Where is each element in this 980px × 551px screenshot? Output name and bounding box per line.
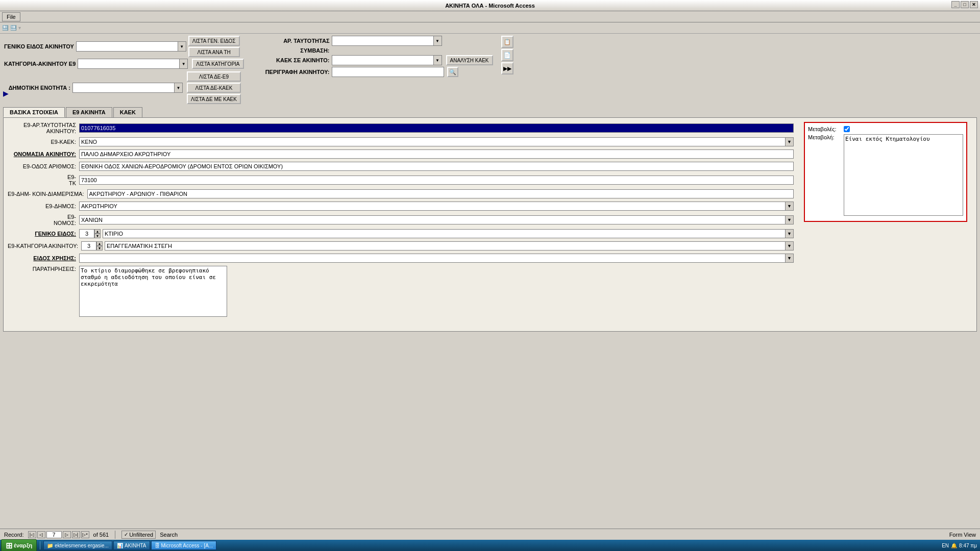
field-geniko-eidos: ΓΕΝΙΚΟ ΕΙΔΟΣ: ▲ ▼ ▼ bbox=[8, 229, 794, 238]
e9-katigoria-down[interactable]: ▼ bbox=[96, 246, 103, 251]
eidos-xrisis-arrow[interactable]: ▼ bbox=[786, 254, 794, 263]
top-icon-btn-1[interactable]: 📋 bbox=[501, 36, 513, 48]
search-label[interactable]: Search bbox=[160, 532, 178, 538]
tab-kaek[interactable]: ΚΑΕΚ bbox=[113, 107, 142, 117]
e9-ar-taytotitas-label: Ε9-ΑΡ.ΤΑΥΤΟΤΗΤΑΣ ΑΚΙΝΗΤΟΥ: bbox=[8, 122, 79, 134]
e9-dhmos-label: Ε9-ΔΗΜΟΣ: bbox=[8, 203, 79, 209]
maximize-btn[interactable]: □ bbox=[961, 1, 969, 8]
onomasia-field[interactable] bbox=[79, 149, 794, 159]
paratirisis-label: ΠΑΡΑΤΗΡΗΣΕΙΣ: bbox=[8, 266, 79, 272]
e9-dhmos-arrow[interactable]: ▼ bbox=[786, 202, 794, 211]
window-title: ΑΚΙΝΗΤΑ ΟΛΑ - Microsoft Access bbox=[445, 3, 535, 9]
taskbar-btn-3[interactable]: 🗄 Microsoft Access - [A... bbox=[151, 541, 217, 550]
mutation-box: Μεταβολές: Μεταβολή: Είναι εκτός Κτηματο… bbox=[804, 122, 967, 222]
e9-katigoria-num[interactable] bbox=[81, 241, 96, 251]
e9-dhm-koin-field[interactable] bbox=[87, 189, 794, 198]
kaek-se-akinito-label: ΚΑΕΚ ΣΕ ΑΚΙΝΗΤΟ: bbox=[263, 57, 330, 63]
btn-lista-gen-eidos[interactable]: ΛΙΣΤΑ ΓΕΝ. ΕΙΔΟΣ bbox=[188, 36, 240, 46]
top-icon-btn-2[interactable]: 📄 bbox=[501, 49, 513, 61]
menu-bar: File bbox=[0, 11, 980, 22]
geniko-eidos-spinners: ▲ ▼ bbox=[94, 229, 101, 238]
tab-e9-akinita[interactable]: Ε9 ΑΚΙΝΗΤΑ bbox=[66, 107, 112, 117]
geniko-eidos-input[interactable] bbox=[76, 41, 178, 52]
title-bar: ΑΚΙΝΗΤΑ ΟΛΑ - Microsoft Access _ □ ✕ bbox=[0, 0, 980, 11]
btn-analysi-kaek[interactable]: ΑΝΑΛΥΣΗ ΚΑΕΚ bbox=[446, 55, 493, 65]
title-controls: _ □ ✕ bbox=[951, 1, 978, 8]
current-record-input[interactable] bbox=[46, 531, 62, 538]
next-record-btn[interactable]: ▷ bbox=[63, 531, 71, 538]
e9-dhmos-field[interactable] bbox=[79, 202, 786, 211]
unfiltered-btn[interactable]: ✓ Unfiltered bbox=[121, 531, 156, 539]
geniko-eidos-num[interactable] bbox=[79, 229, 94, 238]
perigrafi-search-btn[interactable]: 🔍 bbox=[447, 67, 458, 77]
katigoria-input[interactable] bbox=[78, 59, 180, 69]
field-e9-nomos: Ε9-ΝΟΜΟΣ: ▼ bbox=[8, 214, 794, 226]
metavoli-text-row: Μεταβολή: Είναι εκτός Κτηματολογίου bbox=[808, 134, 963, 216]
e9-katigoria-label: Ε9-ΚΑΤΗΓΟΡΙΑ ΑΚΙΝΗΤΟΥ: bbox=[8, 243, 81, 249]
kaek-arrow[interactable]: ▼ bbox=[434, 55, 442, 65]
first-record-btn[interactable]: |◁ bbox=[28, 531, 36, 538]
btn-lista-de-me-kaek[interactable]: ΛΙΣΤΑ ΔΕ ΜΕ ΚΑΕΚ bbox=[187, 94, 241, 104]
last-record-btn[interactable]: ▷| bbox=[72, 531, 80, 538]
dhmotiki-arrow[interactable]: ▼ bbox=[175, 83, 183, 93]
field-e9-odos: Ε9-ΟΔΟΣ ΑΡΙΘΜΟΣ: bbox=[8, 162, 794, 171]
geniko-eidos-down[interactable]: ▼ bbox=[94, 234, 101, 238]
taskbar-btn-1[interactable]: 📁 ektelesmenes ergasie... bbox=[43, 541, 112, 550]
metavoli-text-label: Μεταβολή: bbox=[808, 134, 844, 140]
field-paratirisis: ΠΑΡΑΤΗΡΗΣΕΙΣ: Το κτίριο διαμορφώθηκε σε … bbox=[8, 266, 794, 317]
language-indicator: EN bbox=[942, 543, 949, 548]
kaek-row: ΚΑΕΚ ΣΕ ΑΚΙΝΗΤΟ: ▼ ΑΝΑΛΥΣΗ ΚΑΕΚ bbox=[263, 55, 493, 65]
e9-odos-field[interactable] bbox=[79, 162, 794, 171]
geniko-eidos-text-field[interactable] bbox=[103, 229, 786, 238]
e9-katigoria-up[interactable]: ▲ bbox=[96, 241, 103, 246]
btn-lista-katigoria[interactable]: ΛΙΣΤΑ ΚΑΤΗΓΟΡΙΑ bbox=[192, 59, 243, 69]
e9-nomos-field[interactable] bbox=[79, 215, 786, 224]
symvasi-label: ΣΥΜΒΑΣΗ: bbox=[263, 47, 330, 54]
eidos-xrisis-field[interactable] bbox=[79, 254, 786, 263]
ar-taytotitas-arrow[interactable]: ▼ bbox=[434, 36, 442, 46]
geniko-eidos-up[interactable]: ▲ bbox=[94, 229, 101, 234]
prev-record-btn[interactable]: ◁ bbox=[37, 531, 45, 538]
taskbar-right: EN 🔔 8:47 πμ bbox=[940, 543, 979, 548]
kaek-input[interactable] bbox=[332, 55, 434, 65]
filter-left-block: ΓΕΝΙΚΟ ΕΙΔΟΣ ΑΚΙΝΗΤΟΥ ▼ ΛΙΣΤΑ ΓΕΝ. ΕΙΔΟΣ… bbox=[4, 36, 244, 104]
dhmotiki-buttons: ΛΙΣΤΑ ΔΕ-Ε9 ΛΙΣΤΑ ΔΕ-ΚΑΕΚ ΛΙΣΤΑ ΔΕ ΜΕ ΚΑ… bbox=[187, 71, 241, 104]
katigoria-arrow[interactable]: ▼ bbox=[180, 59, 188, 69]
btn-lista-ana-ti[interactable]: ΛΙΣΤΑ ΑΝΑ ΤΗ bbox=[188, 47, 240, 57]
left-nav-arrow[interactable]: ▶ bbox=[3, 89, 9, 97]
e9-tk-field[interactable] bbox=[79, 176, 794, 185]
e9-nomos-arrow[interactable]: ▼ bbox=[786, 215, 794, 224]
e9-kaek-arrow[interactable]: ▼ bbox=[786, 137, 794, 146]
field-e9-tk: Ε9-ΤΚ bbox=[8, 174, 794, 186]
field-e9-dhm-koin: Ε9-ΔΗΜ- ΚΟΙΝ-ΔΙΑΜΕΡΙΣΜΑ: bbox=[8, 189, 794, 198]
btn-lista-de-kaek[interactable]: ΛΙΣΤΑ ΔΕ-ΚΑΕΚ bbox=[187, 83, 241, 93]
minimize-btn[interactable]: _ bbox=[951, 1, 960, 8]
e9-katigoria-text-arrow[interactable]: ▼ bbox=[786, 241, 794, 251]
tab-vasika-stoixeia[interactable]: ΒΑΣΙΚΑ ΣΤΟΙΧΕΙΑ bbox=[3, 107, 65, 117]
record-navigation: |◁ ◁ ▷ ▷| ▷* bbox=[28, 531, 89, 538]
ar-taytotitas-row: ΑΡ. ΤΑΥΤΟΤΗΤΑΣ ▼ bbox=[263, 36, 493, 46]
onomasia-label: ΟΝΟΜΑΣΙΑ ΑΚΙΝΗΤΟΥ: bbox=[8, 151, 79, 157]
e9-katigoria-text-field[interactable] bbox=[105, 241, 786, 251]
top-icon-btn-3[interactable]: ▶▶ bbox=[501, 62, 513, 74]
file-menu[interactable]: File bbox=[2, 12, 20, 21]
field-e9-kaek: Ε9-ΚΑΕΚ: ▼ bbox=[8, 137, 794, 146]
dhmotiki-input[interactable] bbox=[72, 83, 175, 93]
e9-tk-label: Ε9-ΤΚ bbox=[8, 174, 79, 186]
ar-taytotitas-input[interactable] bbox=[332, 36, 434, 46]
e9-kaek-field[interactable] bbox=[79, 137, 786, 146]
paratirisis-textarea[interactable]: Το κτίριο διαμορφώθηκε σε βρεφονηπιακό σ… bbox=[79, 266, 227, 317]
e9-katigoria-spinners: ▲ ▼ bbox=[96, 241, 103, 251]
btn-lista-de-e9[interactable]: ΛΙΣΤΑ ΔΕ-Ε9 bbox=[187, 71, 241, 82]
metavoli-checkbox[interactable] bbox=[844, 126, 850, 132]
metavoli-textarea[interactable]: Είναι εκτός Κτηματολογίου bbox=[844, 134, 963, 216]
new-record-btn[interactable]: ▷* bbox=[81, 531, 89, 538]
perigrafi-input[interactable] bbox=[332, 67, 444, 77]
start-button[interactable]: ⊞ έναρξη bbox=[1, 539, 37, 552]
e9-ar-taytotitas-field[interactable] bbox=[79, 123, 794, 133]
filter-area: ΓΕΝΙΚΟ ΕΙΔΟΣ ΑΚΙΝΗΤΟΥ ▼ ΛΙΣΤΑ ΓΕΝ. ΕΙΔΟΣ… bbox=[0, 34, 980, 106]
close-btn[interactable]: ✕ bbox=[970, 1, 978, 8]
geniko-eidos-text-arrow[interactable]: ▼ bbox=[786, 229, 794, 238]
taskbar-btn-2[interactable]: 📊 ΑΚΙΝΗΤΑ bbox=[113, 541, 150, 550]
quick-access-toolbar: 🔙 🔜 ▾ bbox=[0, 22, 980, 34]
